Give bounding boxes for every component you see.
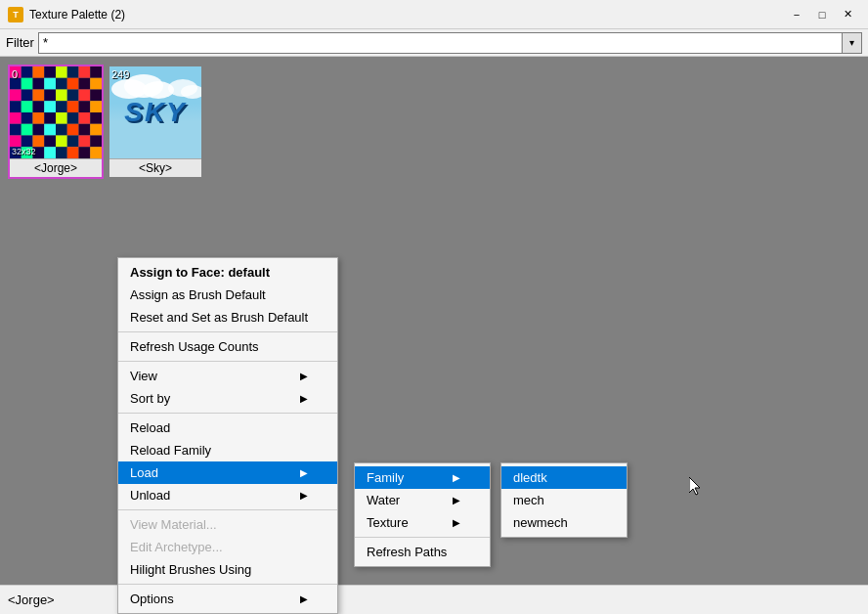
minimize-button[interactable]: − [784, 5, 809, 24]
svg-marker-5 [689, 477, 700, 495]
ctx-arrow-unload: ▶ [300, 490, 308, 501]
ctx-label-view: View [130, 369, 157, 383]
sub-arrow-water: ▶ [453, 495, 460, 505]
ctx-item-reset-brush[interactable]: Reset and Set as Brush Default [118, 306, 337, 329]
main-area: 0 32x32 <Jorge> 249 SKY [0, 57, 868, 585]
ctx-label-view-material: View Material... [130, 517, 217, 532]
ctx-item-unload[interactable]: Unload ▶ [118, 484, 337, 506]
ctx-label-refresh-usage: Refresh Usage Counts [130, 339, 259, 354]
ctx-label-assign-face: Assign to Face: default [130, 265, 270, 280]
ctx-sep-2 [118, 361, 337, 362]
ctx-arrow-options: ▶ [300, 593, 308, 604]
statusbar-text: <Jorge> [8, 592, 55, 607]
sub-sep-1 [355, 537, 490, 538]
filter-input[interactable] [38, 32, 843, 54]
ctx-sep-1 [118, 331, 337, 332]
ctx-label-hilight: Hilight Brushes Using [130, 562, 251, 577]
texture-thumb-sky[interactable]: 249 SKY <Sky> [108, 65, 203, 179]
ctx-arrow-view: ▶ [300, 371, 308, 381]
thumb-label-sky: <Sky> [109, 158, 201, 177]
thumb-label-jorge: <Jorge> [10, 158, 102, 177]
ctx-label-reset-brush: Reset and Set as Brush Default [130, 310, 308, 325]
ctx-label-edit-archetype: Edit Archetype... [130, 540, 223, 554]
load-submenu: Family ▶ Water ▶ Texture ▶ Refresh Paths [354, 462, 491, 567]
ctx-item-edit-archetype[interactable]: Edit Archetype... [118, 536, 337, 558]
sub-item-refresh-paths[interactable]: Refresh Paths [355, 541, 490, 563]
ctx-item-load[interactable]: Load ▶ [118, 461, 337, 484]
sub-label-refresh-paths: Refresh Paths [367, 545, 447, 559]
cursor-svg [689, 477, 703, 497]
sub-item-texture[interactable]: Texture ▶ [355, 511, 490, 534]
ctx-label-assign-brush: Assign as Brush Default [130, 287, 266, 302]
ctx-arrow-sortby: ▶ [300, 393, 308, 404]
ctx-sep-4 [118, 509, 337, 510]
sub-arrow-texture: ▶ [453, 517, 460, 528]
ctx-sep-5 [118, 584, 337, 585]
ctx-label-options: Options [130, 592, 174, 606]
cloud-svg [109, 74, 201, 113]
titlebar: T Texture Palette (2) − □ ✕ [0, 0, 868, 29]
ctx-item-sortby[interactable]: Sort by ▶ [118, 387, 337, 410]
filter-label: Filter [6, 35, 34, 50]
ctx-item-hilight[interactable]: Hilight Brushes Using [118, 558, 337, 581]
ctx-item-reload-family[interactable]: Reload Family [118, 439, 337, 461]
family-submenu: dledtk mech newmech [500, 462, 628, 538]
ctx-item-reload[interactable]: Reload [118, 417, 337, 439]
sub-label-family: Family [367, 470, 404, 485]
checker-canvas [10, 66, 102, 158]
texture-thumb-jorge[interactable]: 0 32x32 <Jorge> [8, 65, 104, 179]
ctx-item-view[interactable]: View ▶ [118, 365, 337, 387]
ctx-label-reload-family: Reload Family [130, 443, 211, 458]
window-controls: − □ ✕ [784, 5, 860, 24]
sub-item-family[interactable]: Family ▶ [355, 466, 490, 489]
context-menu: Assign to Face: default Assign as Brush … [117, 257, 338, 614]
ctx-label-load: Load [130, 465, 158, 480]
sky-canvas: SKY [109, 66, 201, 158]
ctx-label-reload: Reload [130, 420, 170, 435]
thumb-number-sky: 249 [111, 68, 129, 80]
subsub-label-dledtk: dledtk [513, 470, 547, 485]
filter-dropdown-button[interactable]: ▾ [843, 32, 862, 54]
subsub-label-mech: mech [513, 493, 544, 507]
thumb-img-jorge: 0 32x32 [10, 66, 102, 158]
sub-label-water: Water [367, 493, 400, 507]
subsub-item-dledtk[interactable]: dledtk [501, 466, 627, 489]
subsub-item-newmech[interactable]: newmech [501, 511, 627, 534]
ctx-item-options[interactable]: Options ▶ [118, 588, 337, 610]
thumb-img-sky: 249 SKY [109, 66, 201, 158]
maximize-button[interactable]: □ [809, 5, 835, 24]
size-label-jorge: 32x32 [12, 147, 36, 156]
ctx-label-unload: Unload [130, 488, 170, 503]
subsub-item-mech[interactable]: mech [501, 489, 627, 511]
ctx-label-sortby: Sort by [130, 391, 170, 406]
filterbar: Filter ▾ [0, 29, 868, 57]
app-icon: T [8, 7, 23, 22]
ctx-item-assign-face[interactable]: Assign to Face: default [118, 261, 337, 284]
window-title: Texture Palette (2) [29, 8, 784, 22]
ctx-item-assign-brush[interactable]: Assign as Brush Default [118, 284, 337, 306]
sub-label-texture: Texture [367, 515, 409, 530]
mouse-cursor [689, 477, 701, 495]
thumb-number-jorge: 0 [12, 68, 18, 80]
ctx-item-refresh-usage[interactable]: Refresh Usage Counts [118, 335, 337, 358]
sub-arrow-family: ▶ [453, 472, 460, 483]
close-button[interactable]: ✕ [835, 5, 860, 24]
ctx-sep-3 [118, 413, 337, 414]
ctx-item-view-material[interactable]: View Material... [118, 513, 337, 536]
sub-item-water[interactable]: Water ▶ [355, 489, 490, 511]
textures-row: 0 32x32 <Jorge> 249 SKY [8, 65, 860, 179]
ctx-arrow-load: ▶ [300, 467, 308, 478]
subsub-label-newmech: newmech [513, 515, 568, 530]
